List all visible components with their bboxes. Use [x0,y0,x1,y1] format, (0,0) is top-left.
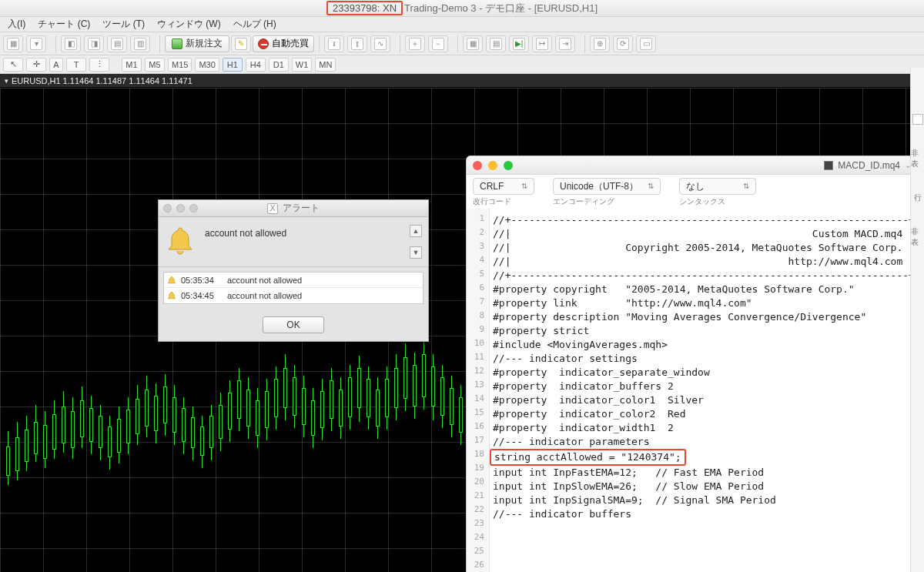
side-label-2[interactable]: 行 [914,192,922,203]
toolbar-separator [319,35,320,52]
timeframe-mn[interactable]: MN [315,58,336,72]
scroll-down-icon[interactable]: ▼ [410,246,422,259]
templates-icon[interactable]: ▭ [636,35,656,52]
code-line[interactable]: //| Copyright 2005-2014, MetaQuotes Soft… [493,241,911,255]
syntax-select[interactable]: なし⇅ [679,178,756,195]
autotrade-button[interactable]: 自動売買 [253,35,314,52]
zoom-in-icon[interactable]: ＋ [405,35,425,52]
alert-row[interactable]: 05:35:34account not allowed [164,273,423,288]
tile-icon[interactable]: ▦ [463,35,483,52]
code-line[interactable]: input int InpFastEMA=12; // Fast EMA Per… [493,466,911,480]
editor-body[interactable]: 1234567891011121314151617181920212223242… [467,209,917,572]
encoding-select[interactable]: Unicode（UTF-8）⇅ [553,178,661,195]
linebreak-select[interactable]: CRLF⇅ [473,178,534,195]
autotrade-label: 自動売買 [272,37,309,50]
code-line[interactable]: #include <MovingAverages.mqh> [493,338,911,352]
new-order-label: 新規注文 [186,37,223,50]
objects-icon[interactable]: ⋮ [89,58,109,72]
editor-filename: MACD_ID.mq4 [838,160,900,171]
side-label-3[interactable]: 非表 [911,226,924,248]
code-line[interactable]: //+-------------------------------------… [493,213,911,227]
alert-window-buttons[interactable] [163,204,198,212]
timeframe-m5[interactable]: M5 [145,58,165,72]
code-line[interactable]: #property description "Moving Averages C… [493,310,911,324]
code-line[interactable]: //--- indicator buffers [493,507,911,521]
periods-icon[interactable]: ⟳ [613,35,633,52]
editor-encoding-bar: CRLF⇅ 改行コード Unicode（UTF-8）⇅ エンコーディング なし⇅… [467,175,917,209]
menu-insert[interactable]: 入(I) [8,18,25,31]
encoding-label: エンコーディング [553,196,661,207]
new-chart-icon[interactable]: ▦ [3,35,23,52]
code-line[interactable]: //--- indicator settings [493,352,911,366]
alert-message: account not allowed [205,225,400,239]
syntax-label: シンタックス [679,196,756,207]
candle-chart-icon[interactable]: ⫿ [347,35,367,52]
editor-title-bar[interactable]: MACD_ID.mq4 ⌄ [467,156,917,175]
timeframe-m30[interactable]: M30 [195,58,219,72]
timeframe-d1[interactable]: D1 [269,58,289,72]
code-line[interactable]: #property strict [493,324,911,338]
code-line[interactable]: input int InpSlowEMA=26; // Slow EMA Per… [493,480,911,493]
metaeditor-icon[interactable]: ✎ [231,35,251,52]
traffic-lights[interactable] [473,161,513,170]
menu-help[interactable]: ヘルプ (H) [233,18,276,31]
autoscroll-icon[interactable]: ↦ [532,35,552,52]
alert-zoom-icon[interactable] [189,204,198,212]
indicator-list-icon[interactable]: ▤ [486,35,506,52]
document-icon [824,161,833,170]
alert-row[interactable]: 05:34:45account not allowed [164,288,423,303]
new-order-button[interactable]: 新規注文 [165,35,229,52]
bar-chart-icon[interactable]: ⫾ [324,35,344,52]
code-line[interactable]: #property link "http://www.mql4.com" [493,296,911,310]
alert-title-bar[interactable]: X アラート [159,200,428,217]
text-label-icon[interactable]: A [49,58,63,72]
side-label-1[interactable]: 非表 [911,148,924,169]
timeframe-h1[interactable]: H1 [223,58,243,72]
menu-bar: 入(I) チャート (C) ツール (T) ウィンドウ (W) ヘルプ (H) [0,17,924,32]
timeframe-m15[interactable]: M15 [168,58,192,72]
code-line[interactable]: //+-------------------------------------… [493,269,911,283]
scroll-up-icon[interactable]: ▲ [410,225,422,237]
code-line[interactable]: #property indicator_color1 Silver [493,393,911,407]
timeframe-m1[interactable]: M1 [122,58,142,72]
code-line[interactable]: //--- indicator parameters [493,435,911,449]
timeframe-h4[interactable]: H4 [246,58,266,72]
terminal-icon[interactable]: ▤ [107,35,127,52]
code-line[interactable]: //| Custom MACD.mq4 | [493,227,911,241]
tester-icon[interactable]: ▥ [130,35,150,52]
app-icon: X [267,203,278,214]
mini-bell-icon [167,291,176,300]
alert-close-icon[interactable] [163,204,172,212]
line-chart-icon[interactable]: ∿ [370,35,390,52]
menu-tool[interactable]: ツール (T) [102,18,145,31]
code-content[interactable]: //+-------------------------------------… [493,213,911,521]
chart-shift-icon[interactable]: ⇥ [555,35,575,52]
indicators-icon[interactable]: ⊕ [590,35,610,52]
market-watch-icon[interactable]: ◧ [61,35,81,52]
text-icon[interactable]: T [66,58,86,72]
to-end-icon[interactable]: ▶| [509,35,529,52]
side-drawer-icon[interactable] [912,114,923,125]
code-line[interactable]: #property indicator_color2 Red [493,407,911,421]
minimize-icon[interactable] [488,161,497,170]
chart-area[interactable]: X アラート account not allowed ▲ ▼ 05:35:34a… [0,88,924,572]
menu-chart[interactable]: チャート (C) [38,18,90,31]
timeframe-w1[interactable]: W1 [292,58,313,72]
code-line[interactable]: #property indicator_buffers 2 [493,380,911,393]
code-line[interactable]: string acctAllowed = "1240374"; [493,449,911,466]
code-line[interactable]: #property copyright "2005-2014, MetaQuot… [493,283,911,296]
code-line[interactable]: #property indicator_separate_window [493,366,911,380]
code-line[interactable]: #property indicator_width1 2 [493,421,911,435]
code-line[interactable]: //| http://www.mql4.com | [493,255,911,269]
navigator-icon[interactable]: ◨ [84,35,104,52]
cursor-icon[interactable]: ↖ [3,58,23,72]
profiles-icon[interactable]: ▾ [26,35,46,52]
alert-minimize-icon[interactable] [176,204,185,212]
ok-button[interactable]: OK [263,316,324,333]
code-line[interactable]: input int InpSignalSMA=9; // Signal SMA … [493,493,911,507]
zoom-out-icon[interactable]: － [428,35,448,52]
menu-window[interactable]: ウィンドウ (W) [157,18,221,31]
close-icon[interactable] [473,161,482,170]
crosshair-icon[interactable]: ✛ [26,58,46,72]
zoom-icon[interactable] [504,161,513,170]
